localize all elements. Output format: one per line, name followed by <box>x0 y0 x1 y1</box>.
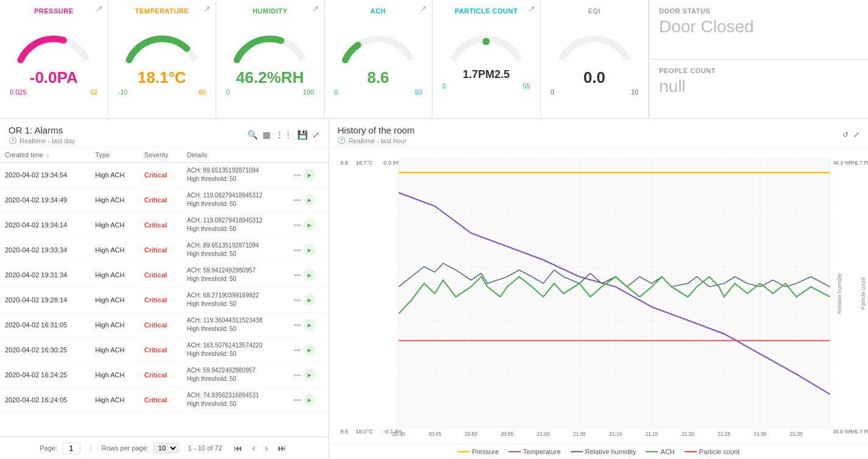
row-more-button[interactable]: ••• <box>294 321 301 329</box>
legend-humidity-label: Relative humidity <box>585 448 637 455</box>
filter-icon[interactable]: ▦ <box>263 130 270 140</box>
next-page-button[interactable]: › <box>263 442 270 454</box>
humidity-title: HUMIDITY <box>253 7 288 15</box>
row-play-button[interactable]: ▶ <box>303 344 316 356</box>
cell-time: 2020-04-02 19:34:54 <box>0 163 90 188</box>
eqi-range: 0 10 <box>548 88 641 96</box>
row-play-button[interactable]: ▶ <box>303 169 316 181</box>
temperature-arc <box>122 17 202 66</box>
play-icon: ▶ <box>308 272 311 278</box>
temperature-trend-icon: ↗ <box>203 4 211 13</box>
row-more-button[interactable]: ••• <box>294 371 301 379</box>
col-details[interactable]: Details <box>182 148 289 163</box>
page-input[interactable] <box>62 443 80 454</box>
expand-chart-icon[interactable]: ⤢ <box>853 130 859 139</box>
legend-humidity: Relative humidity <box>571 448 637 455</box>
expand-icon[interactable]: ⤢ <box>312 130 320 140</box>
cell-actions: ••• ▶ <box>289 163 328 188</box>
alarms-title: OR 1: Alarms <box>9 125 75 135</box>
prev-page-button[interactable]: ‹ <box>250 442 258 454</box>
alarms-header: OR 1: Alarms 🕐 Realtime - last day 🔍 ▦ ⋮… <box>0 119 328 148</box>
people-count-value: null <box>659 77 858 96</box>
play-icon: ▶ <box>308 347 311 353</box>
cell-actions: ••• ▶ <box>289 288 328 313</box>
row-more-button[interactable]: ••• <box>294 196 301 204</box>
ach-title: ACH <box>370 7 386 15</box>
alarms-actions: 🔍 ▦ ⋮⋮ 💾 ⤢ <box>247 130 320 140</box>
page-label: Page: <box>40 444 57 452</box>
humidity-trend-icon: ↗ <box>312 4 319 13</box>
chart-header-left: History of the room 🕐 Realtime - last ho… <box>337 125 415 144</box>
table-row: 2020-04-02 16:24:05 High ACH Critical AC… <box>0 388 328 413</box>
search-icon[interactable]: 🔍 <box>247 130 258 140</box>
table-row: 2020-04-02 19:34:49 High ACH Critical AC… <box>0 188 328 213</box>
eqi-arc <box>555 17 634 66</box>
pressure-gauge: ↗ PRESSURE -0.0PA 0.025 62 <box>0 0 108 118</box>
row-play-button[interactable]: ▶ <box>303 269 316 281</box>
legend-humidity-line <box>571 451 583 452</box>
cell-time: 2020-04-02 19:34:49 <box>0 188 90 213</box>
ach-min: 0 <box>334 88 338 96</box>
row-play-button[interactable]: ▶ <box>303 244 316 256</box>
dashboard: ↗ PRESSURE -0.0PA 0.025 62 ↗ TEMPERATURE <box>0 0 868 459</box>
cell-time: 2020-04-02 19:33:34 <box>0 238 90 263</box>
export-icon[interactable]: 💾 <box>297 130 308 140</box>
particle-range: 0 55 <box>440 82 533 90</box>
col-severity[interactable]: Severity <box>139 148 182 163</box>
row-play-button[interactable]: ▶ <box>303 194 316 206</box>
col-type[interactable]: Type <box>90 148 139 163</box>
status-panel: DOOR STATUS Door Closed PEOPLE COUNT nul… <box>649 0 868 118</box>
alarms-subtitle-text: Realtime - last day <box>19 137 75 144</box>
cell-severity: Critical <box>139 363 182 388</box>
last-page-button[interactable]: ⏭ <box>275 442 289 454</box>
cell-time: 2020-04-02 19:31:34 <box>0 263 90 288</box>
cell-time: 2020-04-02 16:31:05 <box>0 313 90 338</box>
row-more-button[interactable]: ••• <box>294 346 301 354</box>
row-play-button[interactable]: ▶ <box>303 219 316 231</box>
row-more-button[interactable]: ••• <box>294 271 301 279</box>
chart-title: History of the room <box>337 125 415 135</box>
legend-pressure-label: Pressure <box>472 448 499 455</box>
row-more-button[interactable]: ••• <box>294 246 301 254</box>
sort-icon: ↓ <box>46 152 49 158</box>
columns-icon[interactable]: ⋮⋮ <box>275 130 292 140</box>
svg-text:45.6 %RH: 45.6 %RH <box>833 429 856 435</box>
particle-max: 55 <box>523 82 530 90</box>
cell-details: ACH: 89.65135192871094High threshold: 50 <box>182 163 289 188</box>
clock-icon-chart: 🕐 <box>337 137 346 144</box>
cell-actions: ••• ▶ <box>289 238 328 263</box>
cell-type: High ACH <box>90 188 139 213</box>
cell-time: 2020-04-02 16:30:25 <box>0 338 90 363</box>
chart-actions: ↺ ⤢ <box>842 130 859 139</box>
row-play-button[interactable]: ▶ <box>303 319 316 331</box>
row-more-button[interactable]: ••• <box>294 296 301 304</box>
ach-max: 50 <box>415 88 422 96</box>
svg-text:20:55: 20:55 <box>501 431 513 437</box>
rows-per-page-select[interactable]: 10 25 50 <box>153 443 178 454</box>
row-play-button[interactable]: ▶ <box>303 394 316 406</box>
reset-zoom-icon[interactable]: ↺ <box>842 130 849 139</box>
legend-ach-label: ACH <box>660 448 674 455</box>
col-created-time[interactable]: Created time ↓ <box>0 148 90 163</box>
svg-text:21:35: 21:35 <box>790 431 803 437</box>
pressure-trend-icon: ↗ <box>96 4 103 13</box>
humidity-range: 0 100 <box>224 88 317 96</box>
ach-range: 0 50 <box>332 88 425 96</box>
rows-label: Rows per page: <box>102 444 149 452</box>
chart-legend: Pressure Temperature Relative humidity A… <box>329 444 868 459</box>
row-play-button[interactable]: ▶ <box>303 369 316 381</box>
row-more-button[interactable]: ••• <box>294 396 301 404</box>
svg-rect-6 <box>399 159 830 428</box>
pressure-max: 62 <box>90 88 97 96</box>
play-icon: ▶ <box>308 397 311 403</box>
pressure-range: 0.025 62 <box>7 88 101 96</box>
row-play-button[interactable]: ▶ <box>303 294 316 306</box>
people-count-section: PEOPLE COUNT null <box>649 60 868 119</box>
chart-area: 8.6 8.5 18.7°C 18.0°C 0.0 PA -0.1 PA <box>329 148 868 444</box>
row-more-button[interactable]: ••• <box>294 171 301 179</box>
row-more-button[interactable]: ••• <box>294 221 301 229</box>
svg-text:21:20: 21:20 <box>682 431 694 437</box>
table-row: 2020-04-02 16:30:25 High ACH Critical AC… <box>0 338 328 363</box>
first-page-button[interactable]: ⏮ <box>231 442 245 454</box>
chart-subtitle: 🕐 Realtime - last hour <box>337 137 415 144</box>
